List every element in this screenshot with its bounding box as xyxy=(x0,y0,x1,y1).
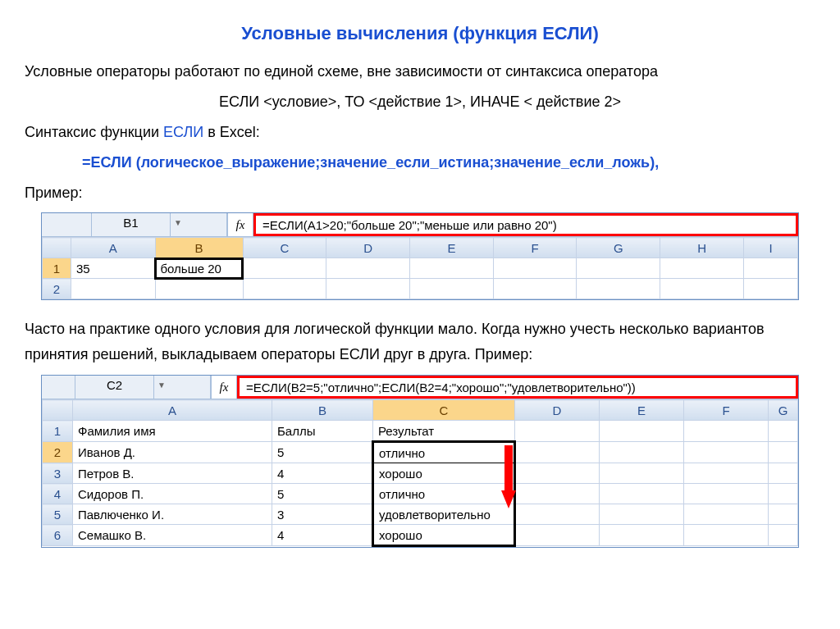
cell[interactable] xyxy=(515,504,600,525)
cell[interactable]: 5 xyxy=(272,484,373,504)
row-header[interactable]: 2 xyxy=(43,442,73,463)
cell[interactable] xyxy=(660,279,744,299)
name-box[interactable]: B1 xyxy=(92,213,171,236)
formula-input-1[interactable]: =ЕСЛИ(A1>20;"больше 20";"меньше или равн… xyxy=(253,213,798,236)
col-header[interactable]: D xyxy=(515,400,600,421)
cell[interactable]: 4 xyxy=(272,463,373,484)
row-header[interactable]: 1 xyxy=(43,258,71,279)
cell[interactable] xyxy=(243,279,326,299)
namebox-gutter xyxy=(42,376,75,399)
cell[interactable] xyxy=(600,463,684,484)
col-header[interactable]: D xyxy=(326,238,410,258)
cell[interactable]: Петров В. xyxy=(73,463,272,484)
namebox-dropdown-icon[interactable]: ▼ xyxy=(154,376,169,399)
p3-b: ЕСЛИ xyxy=(163,124,203,140)
cell[interactable] xyxy=(600,484,684,504)
cell[interactable] xyxy=(684,484,769,504)
cell[interactable] xyxy=(600,442,684,463)
col-header[interactable]: C xyxy=(243,238,326,258)
cell[interactable] xyxy=(326,258,410,279)
name-box[interactable]: C2 xyxy=(75,376,154,399)
cell-selected[interactable]: больше 20 xyxy=(155,258,243,279)
row-header[interactable]: 3 xyxy=(43,463,73,484)
col-header[interactable]: E xyxy=(410,238,494,258)
cell[interactable] xyxy=(410,258,494,279)
cell[interactable] xyxy=(769,421,798,442)
cell-header[interactable]: Баллы xyxy=(272,421,373,442)
cell[interactable] xyxy=(493,258,577,279)
cell[interactable] xyxy=(769,463,798,484)
cell[interactable]: 3 xyxy=(272,504,373,525)
col-header[interactable]: I xyxy=(743,238,797,258)
cell[interactable]: удовлетворительно xyxy=(373,504,515,525)
cell[interactable]: хорошо xyxy=(373,463,515,484)
cell-header[interactable]: Фамилия имя xyxy=(73,421,272,442)
formula-input-2[interactable]: =ЕСЛИ(B2=5;"отлично";ЕСЛИ(B2=4;"хорошо";… xyxy=(237,376,798,399)
col-header[interactable]: E xyxy=(600,400,684,421)
cell[interactable] xyxy=(769,504,798,525)
cell[interactable] xyxy=(743,258,797,279)
namebox-dropdown-icon[interactable]: ▼ xyxy=(171,213,185,236)
cell[interactable]: 4 xyxy=(272,525,373,546)
cell[interactable] xyxy=(600,504,684,525)
cell[interactable]: хорошо xyxy=(373,525,515,546)
cell[interactable] xyxy=(684,463,769,484)
row-header[interactable]: 4 xyxy=(43,484,73,504)
cell[interactable] xyxy=(684,504,769,525)
paragraph-1: Условные операторы работают по единой сх… xyxy=(25,61,815,83)
col-header[interactable]: C xyxy=(373,400,515,421)
cell[interactable] xyxy=(515,484,600,504)
cell[interactable] xyxy=(600,525,684,546)
col-header[interactable]: H xyxy=(660,238,744,258)
cell[interactable] xyxy=(243,258,326,279)
cell[interactable]: отлично xyxy=(373,484,515,504)
fx-button[interactable]: fx xyxy=(227,213,253,236)
cell[interactable] xyxy=(71,279,155,299)
col-header[interactable]: A xyxy=(71,238,155,258)
col-header[interactable]: F xyxy=(493,238,577,258)
cell[interactable] xyxy=(769,442,798,463)
cell[interactable]: Сидоров П. xyxy=(73,484,272,504)
cell[interactable]: 35 xyxy=(71,258,155,279)
col-header[interactable]: A xyxy=(73,400,272,421)
cell[interactable]: отлично xyxy=(373,442,515,463)
cell[interactable] xyxy=(515,442,600,463)
cell[interactable]: Семашко В. xyxy=(73,525,272,546)
row-header[interactable]: 6 xyxy=(43,525,73,546)
cell[interactable] xyxy=(410,279,494,299)
col-header[interactable]: F xyxy=(684,400,769,421)
spreadsheet-2[interactable]: A B C D E F G 1 Фамилия имя Баллы Резуль… xyxy=(42,399,798,547)
cell[interactable] xyxy=(515,463,600,484)
cell[interactable]: 5 xyxy=(272,442,373,463)
cell[interactable] xyxy=(326,279,410,299)
cell[interactable] xyxy=(515,421,600,442)
cell[interactable]: Иванов Д. xyxy=(73,442,272,463)
cell[interactable] xyxy=(743,279,797,299)
cell[interactable] xyxy=(684,421,769,442)
cell[interactable] xyxy=(684,525,769,546)
cell[interactable] xyxy=(577,279,660,299)
cell[interactable] xyxy=(600,421,684,442)
cell[interactable] xyxy=(660,258,744,279)
cell[interactable] xyxy=(577,258,660,279)
cell[interactable] xyxy=(493,279,577,299)
cell-header[interactable]: Результат xyxy=(373,421,515,442)
row-header[interactable]: 2 xyxy=(43,279,71,299)
spreadsheet-1[interactable]: A B C D E F G H I 1 35 больше 20 2 xyxy=(42,237,798,299)
cell[interactable] xyxy=(769,484,798,504)
col-header[interactable]: B xyxy=(272,400,373,421)
row-header[interactable]: 1 xyxy=(43,421,73,442)
cell[interactable] xyxy=(515,525,600,546)
cell[interactable] xyxy=(155,279,243,299)
col-header[interactable]: B xyxy=(155,238,243,258)
col-header[interactable]: G xyxy=(577,238,660,258)
paragraph-nested: Часто на практике одного условия для лог… xyxy=(25,317,815,367)
col-header[interactable]: G xyxy=(769,400,798,421)
row-header[interactable]: 5 xyxy=(43,504,73,525)
cell[interactable] xyxy=(684,442,769,463)
select-all-corner[interactable] xyxy=(43,400,73,421)
fx-button[interactable]: fx xyxy=(211,376,237,399)
cell[interactable]: Павлюченко И. xyxy=(73,504,272,525)
cell[interactable] xyxy=(769,525,798,546)
select-all-corner[interactable] xyxy=(43,238,71,258)
